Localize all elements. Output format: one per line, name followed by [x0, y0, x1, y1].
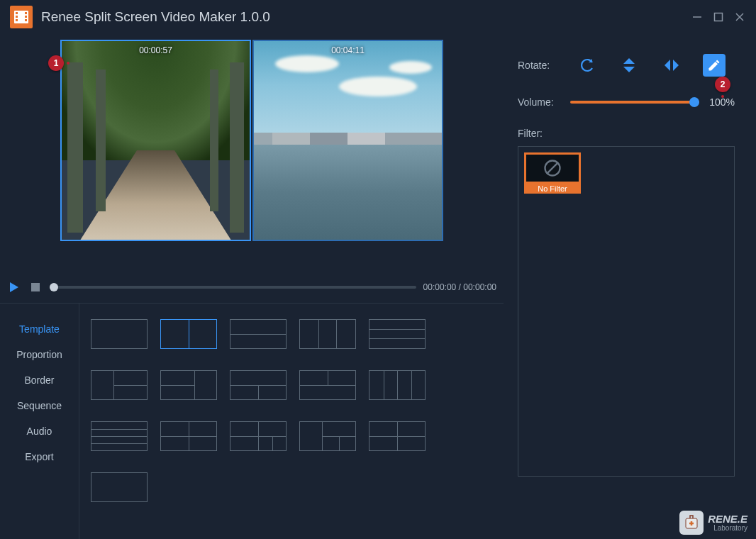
tab-audio[interactable]: Audio: [0, 418, 79, 444]
properties-panel: 2 Rotate: Volume: 100% Filter: No Filter: [504, 34, 756, 539]
template-more[interactable]: [91, 472, 148, 502]
rotate-label: Rotate:: [518, 60, 566, 71]
template-mix3[interactable]: [369, 421, 426, 451]
template-grid[interactable]: [79, 304, 504, 539]
svg-rect-6: [25, 19, 27, 21]
close-button[interactable]: [733, 11, 746, 23]
volume-label: Volume:: [518, 96, 566, 108]
template-2x2[interactable]: [160, 421, 217, 451]
playback-controls: 00:00:00 / 00:00:00: [0, 272, 504, 303]
tab-border[interactable]: Border: [0, 367, 79, 393]
tab-proportion[interactable]: Proportion: [0, 342, 79, 367]
template-r-split[interactable]: [160, 370, 217, 400]
svg-rect-5: [25, 16, 27, 18]
svg-rect-2: [16, 16, 18, 18]
clip-timestamp: 00:00:57: [139, 45, 172, 55]
template-2h[interactable]: [230, 319, 287, 349]
volume-slider[interactable]: [570, 101, 699, 104]
svg-rect-11: [31, 283, 40, 291]
tab-template[interactable]: Template: [0, 316, 79, 342]
annotation-badge-2: 2: [715, 77, 730, 92]
flip-horizontal-button[interactable]: [660, 54, 683, 77]
brand-watermark: RENE.E Laboratory: [679, 511, 747, 535]
template-mix2[interactable]: [299, 421, 356, 451]
preview-clip-1[interactable]: 00:00:57: [60, 40, 251, 241]
filter-name: No Filter: [524, 184, 581, 194]
no-filter-icon: [524, 152, 581, 184]
edit-button[interactable]: [703, 54, 726, 77]
volume-value: 100%: [709, 96, 735, 108]
annotation-badge-1: 1: [48, 55, 64, 71]
template-l-split[interactable]: [91, 370, 148, 400]
tab-export[interactable]: Export: [0, 444, 79, 469]
app-logo-icon: [10, 6, 33, 28]
template-3h[interactable]: [369, 319, 426, 349]
template-1x1[interactable]: [91, 319, 148, 349]
template-b-split[interactable]: [299, 370, 356, 400]
template-t-split[interactable]: [230, 370, 287, 400]
template-4h[interactable]: [91, 421, 148, 451]
brand-icon: [679, 511, 704, 535]
svg-line-13: [547, 162, 558, 174]
flip-vertical-button[interactable]: [618, 54, 640, 77]
titlebar: Renee Split Screen Video Maker 1.0.0: [0, 0, 756, 34]
template-2v[interactable]: [160, 319, 217, 349]
filter-label: Filter:: [518, 128, 735, 139]
tab-sequence[interactable]: Sequence: [0, 393, 79, 418]
template-3v[interactable]: [299, 319, 356, 349]
template-4v[interactable]: [369, 370, 426, 400]
clip-timestamp: 00:04:11: [331, 45, 365, 55]
svg-rect-8: [715, 13, 723, 21]
filter-item-none[interactable]: No Filter: [524, 152, 581, 194]
minimize-button[interactable]: [691, 11, 704, 23]
svg-rect-4: [25, 12, 27, 14]
app-title: Renee Split Screen Video Maker 1.0.0: [41, 9, 691, 25]
preview-area: 00:00:57 00:04:11: [0, 34, 504, 272]
stop-button[interactable]: [28, 280, 43, 294]
playback-timer: 00:00:00 / 00:00:00: [423, 282, 496, 292]
brand-name: RENE.E: [708, 513, 747, 524]
settings-tabs: Template Proportion Border Sequence Audi…: [0, 304, 79, 539]
preview-clip-2[interactable]: 00:04:11: [252, 40, 443, 241]
filter-list: No Filter: [518, 146, 735, 477]
maximize-button[interactable]: [712, 11, 725, 23]
svg-rect-3: [16, 19, 18, 21]
svg-rect-1: [16, 12, 18, 14]
rotate-cw-button[interactable]: [575, 54, 598, 77]
brand-sub: Laboratory: [708, 524, 747, 532]
template-mix1[interactable]: [230, 421, 287, 451]
play-button[interactable]: [7, 280, 21, 294]
seek-slider[interactable]: [50, 286, 416, 289]
